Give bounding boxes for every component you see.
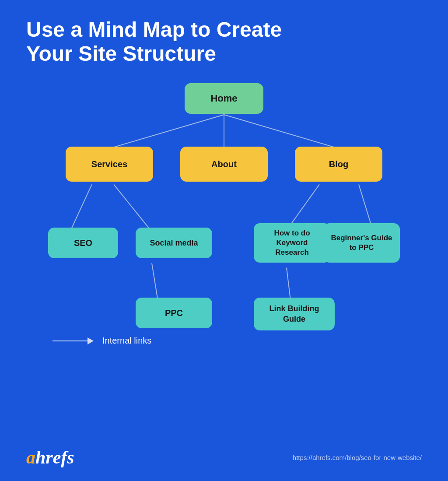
arrow-head — [88, 337, 94, 344]
node-blog: Blog — [295, 147, 382, 182]
brand-logo: a hrefs — [26, 447, 74, 468]
brand-a-letter: a — [26, 447, 35, 468]
internal-links-label: Internal links — [102, 336, 151, 346]
node-home: Home — [185, 83, 263, 114]
node-keyword-research: How to do Keyword Research — [254, 223, 330, 263]
arrow-shaft — [52, 341, 88, 341]
node-services: Services — [66, 147, 153, 182]
svg-line-10 — [289, 185, 319, 228]
node-services-label: Services — [91, 158, 127, 170]
node-link-building: Link Building Guide — [254, 298, 335, 330]
footer-area: a hrefs https://ahrefs.com/blog/seo-for-… — [26, 447, 422, 468]
url-text: https://ahrefs.com/blog/seo-for-new-webs… — [293, 454, 422, 461]
diagram-area: Home Services About Blog SEO Social medi… — [26, 83, 422, 398]
node-seo-label: SEO — [74, 237, 92, 249]
node-beginners-guide: Beginner's Guide to PPC — [323, 223, 400, 263]
node-blog-label: Blog — [329, 158, 348, 170]
brand-hrefs-text: hrefs — [35, 447, 74, 468]
internal-links-arrow — [52, 337, 94, 344]
node-about-label: About — [211, 158, 237, 170]
node-ppc-label: PPC — [165, 307, 183, 319]
page-title: Use a Mind Map to Create Your Site Struc… — [26, 18, 289, 66]
svg-line-4 — [224, 115, 339, 148]
internal-links-area: Internal links — [52, 336, 151, 346]
svg-line-6 — [70, 185, 92, 232]
svg-line-8 — [114, 185, 152, 232]
node-social-media-label: Social media — [150, 238, 198, 248]
node-about: About — [180, 147, 268, 182]
node-social-media: Social media — [136, 228, 212, 258]
node-home-label: Home — [210, 92, 237, 105]
svg-line-0 — [109, 115, 224, 148]
main-container: Use a Mind Map to Create Your Site Struc… — [0, 0, 448, 481]
node-keyword-research-label: How to do Keyword Research — [261, 228, 323, 257]
node-ppc: PPC — [136, 298, 212, 328]
node-seo: SEO — [48, 228, 118, 258]
node-link-building-label: Link Building Guide — [261, 304, 328, 324]
node-beginners-guide-label: Beginner's Guide to PPC — [330, 233, 393, 253]
svg-line-12 — [359, 185, 372, 228]
